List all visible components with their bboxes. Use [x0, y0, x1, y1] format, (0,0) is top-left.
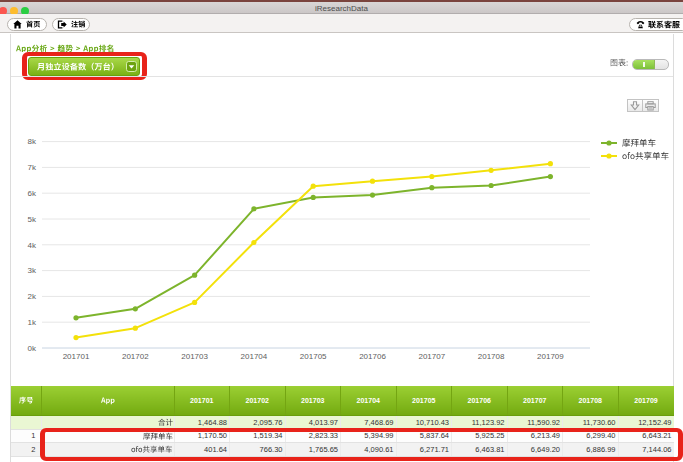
- svg-text:4k: 4k: [28, 241, 37, 250]
- svg-text:201702: 201702: [122, 352, 149, 361]
- svg-text:7k: 7k: [28, 163, 37, 172]
- svg-text:201708: 201708: [478, 352, 505, 361]
- svg-text:3k: 3k: [28, 266, 37, 275]
- svg-text:201701: 201701: [63, 352, 90, 361]
- svg-text:8k: 8k: [28, 137, 37, 146]
- svg-text:201705: 201705: [300, 352, 327, 361]
- svg-text:6k: 6k: [28, 189, 37, 198]
- svg-text:201709: 201709: [537, 352, 564, 361]
- svg-text:201704: 201704: [241, 352, 268, 361]
- svg-text:201707: 201707: [418, 352, 445, 361]
- svg-text:201703: 201703: [181, 352, 208, 361]
- svg-text:2k: 2k: [28, 292, 37, 301]
- svg-text:201706: 201706: [359, 352, 386, 361]
- svg-text:1k: 1k: [28, 318, 37, 327]
- svg-text:5k: 5k: [28, 215, 37, 224]
- svg-text:0k: 0k: [28, 344, 37, 353]
